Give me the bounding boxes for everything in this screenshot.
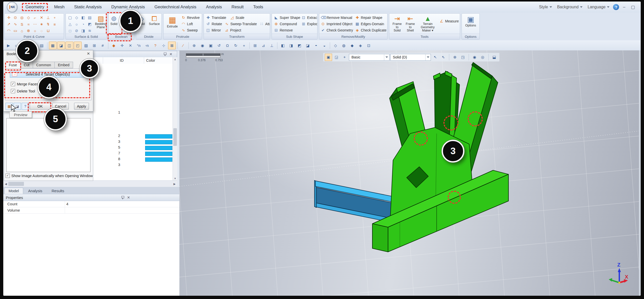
point-curve-icon[interactable]: ◎ <box>20 15 23 20</box>
quickbar-icon[interactable]: ◈ <box>357 42 364 49</box>
surface-solid-icon[interactable]: ◧ <box>81 15 85 20</box>
quickbar-icon[interactable]: ▣ <box>207 42 215 49</box>
menu-item[interactable]: Result <box>228 3 247 11</box>
quickbar-icon[interactable]: ◉ <box>199 42 206 49</box>
remove-manual-button[interactable]: ⌫Remove Manual <box>321 14 353 21</box>
surface-solid-icon[interactable]: ◇ <box>75 15 78 20</box>
quickbar-icon[interactable]: ◇ <box>332 42 339 49</box>
check-geometry-button[interactable]: ✔Check Geometry <box>321 27 353 33</box>
help-icon[interactable]: ? <box>613 4 619 10</box>
point-curve-icon[interactable]: ✛ <box>7 15 11 20</box>
explode-button[interactable]: ⊞Explode <box>301 21 317 27</box>
quickbar-icon[interactable]: ⊕ <box>190 42 198 49</box>
quickbar-icon[interactable]: ▫n <box>143 42 151 49</box>
scale-button[interactable]: ◿Scale <box>230 14 244 21</box>
menu-item[interactable]: Analysis <box>203 3 225 11</box>
surface-solid-icon[interactable]: ◩ <box>88 22 91 26</box>
restore-button[interactable]: ▢ <box>629 5 637 10</box>
point-curve-icon[interactable]: ⊔ <box>47 28 50 33</box>
point-curve-icon[interactable]: ⊗ <box>27 28 30 33</box>
point-curve-icon[interactable]: ≈ <box>27 22 29 26</box>
scroll-left-icon[interactable]: ◀ <box>3 182 8 186</box>
quickbar-icon[interactable]: ⊞ <box>251 42 259 49</box>
point-curve-icon[interactable]: ◠ <box>7 28 10 33</box>
frame-to-shell-button[interactable]: ⇤ Frame to Shell <box>404 14 416 33</box>
translate-button[interactable]: ✚Translate <box>206 14 226 21</box>
surface-solid-icon[interactable]: □ <box>69 29 71 33</box>
quickbar-icon[interactable]: ? <box>151 42 159 49</box>
pin-icon[interactable] <box>164 52 166 56</box>
quickbar-icon[interactable]: ◰ <box>74 42 82 49</box>
pin-icon[interactable] <box>121 196 124 199</box>
point-curve-icon[interactable]: ⊥ <box>46 15 50 20</box>
viewport-tool-icon[interactable]: ↖ <box>432 54 439 61</box>
quickbar-icon[interactable]: ◪ <box>304 42 312 49</box>
quickbar-icon[interactable]: Ω <box>223 42 231 49</box>
extrude-button[interactable]: ▦ Extrude <box>165 14 180 29</box>
apply-button[interactable]: Apply <box>74 103 89 110</box>
extract-button[interactable]: ⊡Extract <box>301 14 317 21</box>
dialog-tab[interactable]: Common <box>33 62 55 68</box>
bedding-plane-button[interactable]: ▧ Bedding Plane <box>94 14 107 29</box>
quickbar-icon[interactable]: ◩ <box>296 42 303 49</box>
viewport-tool-icon[interactable]: ◳ <box>459 54 467 61</box>
imprinted-object-button[interactable]: ⊙Imprinted Object <box>321 21 353 27</box>
surface-solid-icon[interactable]: ○ <box>75 22 78 26</box>
model-viewport[interactable]: Z X 0 0.376 0.753 m ▣◲⌖ Basic Solid (D) <box>179 50 639 296</box>
quickbar-icon[interactable]: ↺ <box>215 42 223 49</box>
point-curve-icon[interactable]: ✕ <box>40 15 43 20</box>
dialog-tab[interactable]: Cut <box>20 62 33 68</box>
viewport-tool-icon[interactable]: ⬓ <box>491 54 498 61</box>
point-curve-icon[interactable]: ∗ <box>40 22 43 26</box>
quickbar-icon[interactable]: ▦ <box>49 42 57 49</box>
quickbar-icon[interactable]: ◪ <box>57 42 65 49</box>
revolve-button[interactable]: ↻Revolve <box>181 14 200 21</box>
viewport-tool-icon[interactable]: ⊗ <box>451 54 459 61</box>
super-shape-button[interactable]: ◣Super Shape <box>274 14 300 21</box>
property-row[interactable]: Volume <box>3 207 179 214</box>
surface-solid-icon[interactable]: ▤ <box>88 15 91 20</box>
property-row[interactable]: Count 4 <box>3 201 179 207</box>
divide-surface-button[interactable]: ⧠ Surface <box>148 14 161 26</box>
viewport-tool-icon[interactable]: ◲ <box>333 54 340 61</box>
repair-shape-button[interactable]: ✚Repair Shape <box>355 14 387 21</box>
project-button[interactable]: ⊿Project <box>224 27 241 33</box>
quickbar-icon[interactable]: ⊡ <box>365 42 373 49</box>
language-menu[interactable]: Language <box>586 4 611 10</box>
scroll-down-icon[interactable]: ▼ <box>173 176 177 181</box>
terrain-geometry-maker-button[interactable]: ▲ Terrain Geometry Maker ▾ <box>418 14 438 33</box>
surface-solid-icon[interactable]: △ <box>69 22 72 26</box>
scroll-up-icon[interactable]: ▲ <box>173 57 177 61</box>
quickbar-icon[interactable]: ◧ <box>279 42 287 49</box>
point-curve-icon[interactable]: ∘ <box>53 15 56 20</box>
quickbar-icon[interactable]: ▨ <box>82 42 90 49</box>
quickbar-icon[interactable]: ▶ <box>5 42 12 49</box>
quickbar-icon[interactable]: ↻ <box>232 42 240 49</box>
workspace-tab[interactable]: Analysis <box>24 188 47 194</box>
workspace-tab[interactable]: Model <box>4 188 23 194</box>
minimize-button[interactable]: – <box>621 5 627 10</box>
surface-solid-icon[interactable]: ▢ <box>68 15 72 20</box>
quickbar-icon[interactable]: ◒ <box>320 42 328 49</box>
style-menu[interactable]: Style <box>537 4 554 10</box>
sweep-button[interactable]: ∿Sweep <box>181 27 200 33</box>
menu-item[interactable]: Static Analysis <box>71 3 105 11</box>
display-mode-dropdown[interactable]: Solid (D) <box>390 54 431 61</box>
menu-item[interactable]: Geotechnical Analysis <box>151 3 200 11</box>
point-curve-icon[interactable]: ◌ <box>41 29 43 33</box>
compound-button[interactable]: ⊕Compound <box>274 21 300 27</box>
dialog-tab[interactable]: Embed <box>55 62 73 68</box>
close-icon[interactable]: ✕ <box>87 51 90 56</box>
point-curve-icon[interactable]: ≡ <box>54 22 56 26</box>
quickbar-icon[interactable]: + <box>240 42 248 49</box>
menu-item[interactable]: Geometry <box>22 3 48 11</box>
checkbox-checked-icon[interactable]: ✓ <box>6 174 10 178</box>
quickbar-icon[interactable]: ◍ <box>340 42 348 49</box>
close-icon[interactable]: ✕ <box>127 195 130 200</box>
remove-button[interactable]: ⊟Remove <box>274 27 300 33</box>
workspace-tab[interactable]: Results <box>47 188 69 194</box>
quickbar-icon[interactable]: ⊞ <box>90 42 98 49</box>
mirror-button[interactable]: ◫Mirror <box>206 27 221 33</box>
point-curve-icon[interactable]: ⋯ <box>33 22 37 26</box>
point-curve-icon[interactable]: ⊙ <box>14 15 17 20</box>
